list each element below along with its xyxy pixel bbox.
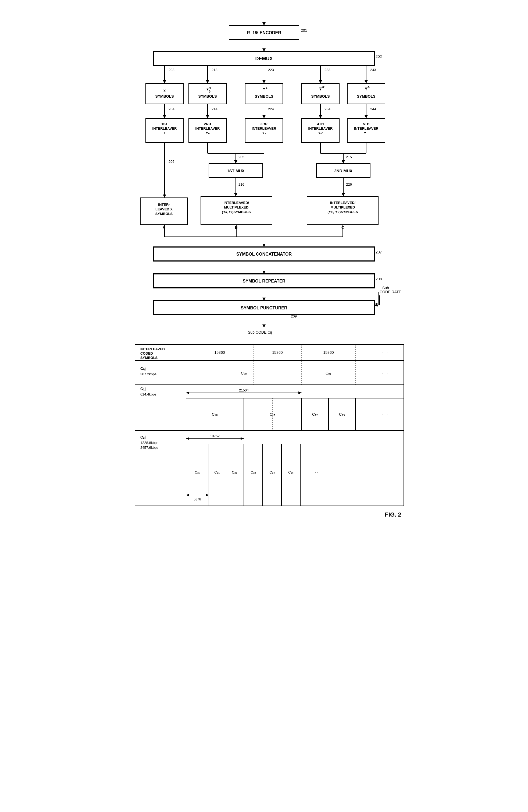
c0j-dots: · · ·	[382, 371, 388, 375]
interleaver4-label2: INTERLEAVER	[308, 127, 333, 130]
ref-206: 206	[169, 160, 175, 163]
svg-marker-28	[319, 115, 322, 118]
c12-label: C₁₂	[312, 412, 318, 417]
c2j-rate2: 2457.6kbps	[140, 446, 159, 450]
c1j-dots: · · ·	[382, 412, 388, 417]
y0-sub-text: 0	[209, 86, 211, 89]
c2j-dots: · · ·	[315, 470, 320, 474]
svg-marker-52	[342, 193, 345, 197]
sub-code-rate-label2: CODE RATE	[380, 290, 402, 294]
ref-205: 205	[239, 155, 244, 159]
ref-226: 226	[346, 183, 352, 187]
ref-223: 223	[268, 68, 274, 72]
svg-marker-46	[342, 160, 345, 163]
svg-marker-13	[319, 80, 322, 83]
outA-label3: SYMBOLS	[155, 212, 173, 216]
fig-label: FIG. 2	[385, 511, 401, 518]
interleaver1-label2: INTERLEAVER	[152, 127, 177, 130]
c1j-label: C₁j	[140, 387, 146, 391]
c21-label: C₂₁	[214, 470, 220, 474]
x-symbols-label2: SYMBOLS	[155, 94, 174, 99]
interleaver2-label3: Y₀	[206, 131, 210, 135]
c2j-rate1: 1228.8kbps	[140, 441, 159, 445]
interleaver3-label1: 3RD	[260, 122, 268, 126]
ref-244: 244	[370, 107, 376, 111]
y1-sub-text: 1	[266, 86, 268, 89]
svg-marker-30	[364, 115, 368, 118]
svg-marker-77	[262, 324, 266, 328]
y1-symbols-label: Y	[263, 87, 265, 91]
outA-label2: LEAVED X	[155, 207, 172, 211]
svg-marker-15	[364, 80, 368, 83]
ref-207: 207	[376, 250, 382, 254]
ref-234: 234	[325, 107, 330, 111]
ref-243: 243	[370, 68, 376, 72]
svg-marker-24	[206, 115, 209, 118]
outA-label1: INTER-	[158, 203, 170, 207]
y0-symbols-label: Y	[206, 87, 209, 91]
svg-marker-1	[262, 22, 266, 26]
ref-214: 214	[212, 107, 217, 111]
outB-label2: MULTIPLEXED	[224, 205, 249, 209]
svg-marker-53	[163, 194, 166, 198]
c23-label: C₂₃	[251, 470, 256, 474]
svg-marker-9	[206, 80, 209, 83]
ref-233: 233	[325, 68, 330, 72]
diagram-container: R=1/5 ENCODER 201 DEMUX 202 203 213 223 …	[103, 11, 425, 522]
puncturer-label: SYMBOL PUNCTURER	[241, 306, 287, 310]
c10-label: C₁₀	[212, 412, 218, 417]
header-dots-1: · · ·	[382, 350, 388, 354]
svg-marker-7	[163, 80, 166, 83]
svg-rect-16	[146, 83, 183, 104]
c0j-label: C₀j	[140, 366, 146, 371]
ref-224: 224	[268, 107, 274, 111]
y0-sub: 0	[209, 90, 211, 93]
svg-marker-22	[163, 115, 166, 118]
interleaver5-label3: Y₁'	[364, 131, 368, 135]
demux-ref: 202	[376, 54, 382, 59]
y1-symbols-label2: SYMBOLS	[255, 94, 273, 99]
span-10752: 10752	[210, 434, 220, 438]
table-header-label2: CODED	[140, 351, 153, 356]
c01-label: C₀₁	[326, 371, 331, 375]
c22-label: C₂₂	[232, 470, 237, 474]
c20-label: C₂₀	[195, 470, 200, 474]
interleaver3-label3: Y₁	[262, 131, 266, 135]
ref-213: 213	[212, 68, 217, 72]
interleaver5-label1: 5TH	[363, 122, 369, 126]
subcode-output-label: Sub CODE Cij	[248, 330, 272, 334]
y0-symbols-label2: SYMBOLS	[198, 94, 217, 99]
main-diagram-svg: R=1/5 ENCODER 201 DEMUX 202 203 213 223 …	[103, 11, 425, 522]
ref-215: 215	[346, 155, 352, 159]
interleaver3-label2: INTERLEAVER	[252, 127, 276, 130]
sub-code-rate-label1: Sub	[382, 286, 389, 290]
outB-label3: (Y₀, Y₁)SYMBOLS	[222, 210, 251, 214]
ref-203: 203	[169, 68, 175, 72]
svg-marker-41	[234, 160, 237, 163]
x-symbols-label: X	[163, 88, 166, 93]
ref-208: 208	[376, 277, 382, 281]
c25-label: C₂₅	[288, 470, 293, 474]
c0j-rate: 307.2kbps	[140, 372, 156, 376]
interleaver5-label2: INTERLEAVER	[354, 127, 378, 130]
encoder-ref: 201	[301, 28, 307, 32]
interleaver2-label2: INTERLEAVER	[195, 127, 220, 130]
interleaver4-label3: Y₀'	[318, 131, 323, 135]
table-header-label3: SYMBOLS	[140, 356, 158, 360]
table-header-label1: INTERLEAVED	[140, 347, 165, 351]
c00-label: C₀₀	[241, 371, 247, 375]
y0p-symbols-label2: SYMBOLS	[311, 94, 330, 99]
span-5376: 5376	[194, 497, 201, 501]
ref-209: 209	[291, 314, 297, 318]
concatenator-label: SYMBOL CONCATENATOR	[236, 252, 292, 257]
letter-a: A	[163, 225, 165, 230]
svg-marker-26	[262, 115, 266, 118]
c11-label: C₁₁	[270, 412, 275, 417]
c1j-rate: 614.4kbps	[140, 392, 156, 396]
mux1-label: 1ST MUX	[227, 169, 244, 173]
c24-label: C₂₄	[269, 470, 274, 474]
mux2-label: 2ND MUX	[334, 169, 352, 173]
svg-marker-11	[262, 80, 266, 83]
header-val-15360-1: 15360	[214, 350, 225, 354]
interleaver1-label3: X	[164, 131, 166, 135]
